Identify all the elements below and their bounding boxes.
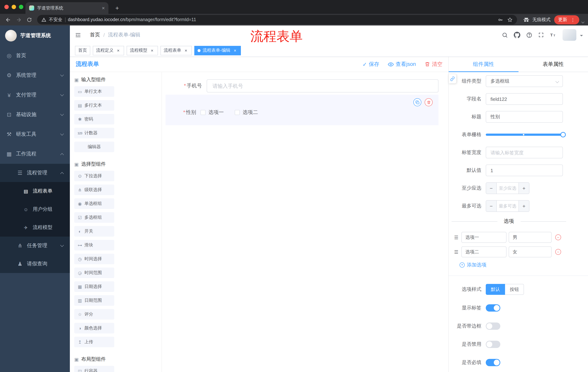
title-input[interactable]	[486, 111, 563, 123]
component-row-container[interactable]: ◫行容器	[74, 366, 114, 372]
new-tab-button[interactable]: +	[113, 5, 122, 12]
security-warning-icon[interactable]	[42, 17, 46, 22]
slider-handle[interactable]	[560, 132, 566, 138]
field-name-input[interactable]	[486, 93, 563, 105]
component-slider[interactable]: ⊶滑块	[74, 240, 114, 250]
tag-process-form[interactable]: 流程表单 ×	[160, 46, 192, 55]
component-switch[interactable]: ◐开关	[74, 226, 114, 237]
component-date-range[interactable]: ▥日期范围	[74, 295, 114, 306]
reload-icon[interactable]	[24, 15, 34, 24]
minus-icon[interactable]: −	[486, 183, 497, 194]
component-date-picker[interactable]: ▦日期选择	[74, 281, 114, 292]
phone-input[interactable]	[207, 79, 439, 93]
back-icon[interactable]	[3, 15, 13, 24]
remove-option-icon[interactable]: −	[555, 249, 561, 255]
sidebar-logo[interactable]: 芋道管理系统	[0, 25, 70, 46]
minus-icon[interactable]: −	[486, 201, 497, 212]
sidebar-item-task-management[interactable]: ⋔ 任务管理	[0, 237, 70, 255]
component-password[interactable]: ✱密码	[74, 114, 114, 125]
max-select-input[interactable]	[497, 201, 518, 212]
copy-component-button[interactable]	[413, 98, 421, 106]
font-size-icon[interactable]: TT	[550, 32, 557, 38]
drawer-link-handle[interactable]	[449, 74, 456, 83]
tab-form-props[interactable]: 表单属性	[518, 57, 588, 72]
window-close-button[interactable]	[4, 5, 9, 9]
tag-process-model[interactable]: 流程模型 ×	[127, 46, 158, 55]
selected-gender-field[interactable]: *性别 选项一 选项二	[166, 95, 439, 125]
option-1-label-input[interactable]	[461, 232, 506, 243]
sidebar-item-infrastructure[interactable]: ⊡ 基础设施	[0, 105, 70, 125]
close-icon[interactable]: ×	[183, 48, 189, 53]
component-counter[interactable]: 123计数器	[74, 128, 114, 138]
show-label-switch[interactable]	[486, 304, 500, 312]
component-multi-text[interactable]: ▤多行文本	[74, 100, 114, 111]
sidebar-item-process-management[interactable]: ☰ 流程管理	[0, 164, 70, 182]
component-time-range[interactable]: ◶时间范围	[74, 267, 114, 278]
drag-handle-icon[interactable]: ☰	[453, 249, 459, 255]
sidebar-item-process-model[interactable]: ✈ 流程模型	[0, 218, 70, 237]
clear-button[interactable]: 清空	[425, 61, 442, 68]
browser-menu-icon[interactable]: ⋮	[570, 17, 575, 22]
remove-option-icon[interactable]: −	[555, 234, 561, 240]
sidebar-item-leave-query[interactable]: ♟ 请假查询	[0, 255, 70, 273]
style-default-button[interactable]: 默认	[486, 284, 505, 295]
hamburger-icon[interactable]	[75, 32, 81, 38]
component-editor[interactable]: 编辑器	[74, 142, 114, 152]
browser-tab[interactable]: 芋道管理系统 ×	[25, 2, 108, 14]
component-rate[interactable]: ☆评分	[74, 309, 114, 319]
component-single-text[interactable]: ▭单行文本	[74, 86, 114, 97]
drag-handle-icon[interactable]: ☰	[453, 234, 459, 240]
close-icon[interactable]: ×	[149, 48, 155, 53]
sidebar-item-home[interactable]: ◎ 首页	[0, 46, 70, 65]
slider-track[interactable]	[486, 134, 565, 136]
border-switch[interactable]	[486, 322, 500, 330]
component-upload[interactable]: ↥上传	[74, 337, 114, 347]
sidebar-item-payment[interactable]: ¥ 支付管理	[0, 85, 70, 105]
component-radio-group[interactable]: ◉单选框组	[74, 198, 114, 209]
default-value-input[interactable]	[486, 165, 563, 176]
tag-process-form-edit[interactable]: 流程表单-编辑 ×	[194, 46, 241, 55]
sidebar-item-user-group[interactable]: ☺ 用户分组	[0, 200, 70, 218]
help-icon[interactable]	[526, 32, 532, 38]
option-2-label-input[interactable]	[461, 246, 506, 257]
close-icon[interactable]: ×	[116, 48, 121, 53]
phone-field-row[interactable]: *手机号	[162, 79, 439, 93]
tag-process-definition[interactable]: 流程定义 ×	[93, 46, 124, 55]
checkbox-option-1[interactable]: 选项一	[200, 109, 224, 116]
forward-icon[interactable]	[14, 15, 23, 24]
component-cascader[interactable]: ⋔级联选择	[74, 185, 114, 195]
bookmark-star-icon[interactable]	[507, 17, 513, 22]
search-icon[interactable]	[502, 32, 508, 38]
view-json-button[interactable]: 查看json	[388, 61, 416, 68]
sidebar-item-devtools[interactable]: ⚒ 研发工具	[0, 125, 70, 144]
disabled-switch[interactable]	[486, 341, 500, 348]
tag-home[interactable]: 首页	[75, 46, 90, 55]
tab-component-props[interactable]: 组件属性	[449, 57, 518, 72]
option-2-value-input[interactable]	[509, 246, 552, 257]
breadcrumb-home[interactable]: 首页	[90, 32, 100, 38]
sidebar-item-system[interactable]: ⚙ 系统管理	[0, 65, 70, 85]
component-checkbox-group[interactable]: ☑多选框组	[74, 212, 114, 223]
window-zoom-button[interactable]	[19, 5, 23, 9]
tab-close-icon[interactable]: ×	[102, 5, 105, 11]
checkbox-option-2[interactable]: 选项二	[235, 109, 258, 116]
option-1-value-input[interactable]	[509, 232, 552, 243]
close-icon[interactable]: ×	[232, 48, 238, 53]
plus-icon[interactable]: +	[518, 201, 529, 212]
key-icon[interactable]	[498, 17, 503, 22]
style-button-button[interactable]: 按钮	[505, 284, 524, 295]
user-avatar[interactable]	[563, 29, 576, 41]
delete-component-button[interactable]	[425, 98, 433, 106]
component-type-select[interactable]: 多选框组	[486, 75, 563, 87]
plus-icon[interactable]: +	[518, 183, 529, 194]
min-select-input[interactable]	[497, 183, 518, 194]
address-bar[interactable]: 不安全 dashboard.yudao.iocoder.cn/bpm/manag…	[37, 15, 517, 24]
label-width-input[interactable]	[486, 147, 563, 158]
component-time-picker[interactable]: ◷时间选择	[74, 254, 114, 264]
window-minimize-button[interactable]	[12, 5, 16, 9]
add-option-button[interactable]: + 添加选项	[460, 262, 588, 268]
chevron-down-icon[interactable]	[581, 20, 585, 23]
grid-slider[interactable]	[486, 129, 565, 140]
fullscreen-icon[interactable]	[538, 32, 544, 38]
required-switch[interactable]	[486, 359, 500, 366]
